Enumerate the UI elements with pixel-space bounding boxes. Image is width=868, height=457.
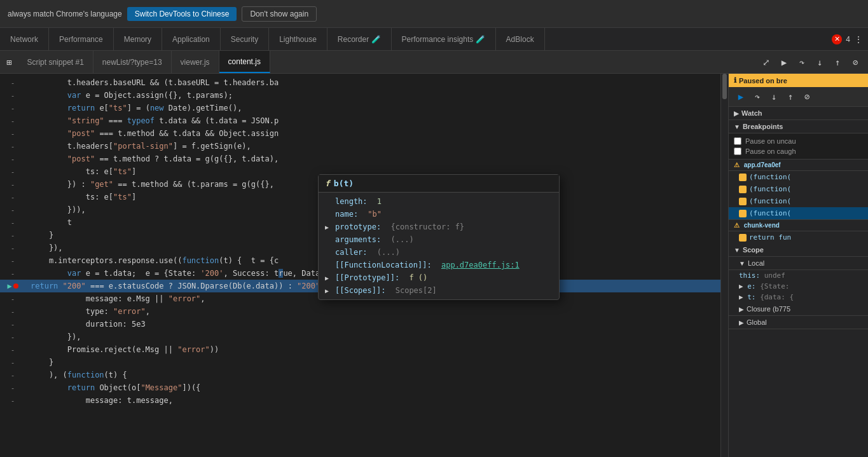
tab-recorder[interactable]: Recorder 🧪	[327, 28, 392, 50]
tooltip-row-proto-chain[interactable]: ▶ [[Prototype]]: f ()	[319, 271, 559, 284]
line-content: duration: 5e3	[25, 320, 720, 329]
table-row: - ), (function(t) {	[0, 369, 720, 381]
table-row: - "string" === typeof t.data && (t.data …	[0, 114, 720, 127]
tooltip-value: (...)	[390, 235, 413, 244]
call-stack-file-label-2: ⚠ chunk-vend	[729, 219, 868, 231]
table-row: - return e["ts"] = (new Date).getTime(),	[0, 102, 720, 114]
expand-arrow-icon[interactable]: ▶	[325, 287, 333, 294]
tooltip-key: caller:	[335, 248, 368, 257]
info-icon: ℹ	[734, 76, 736, 85]
tab-security[interactable]: Security	[221, 28, 269, 50]
tab-network[interactable]: Network	[0, 28, 49, 50]
file-tab-content[interactable]: content.js	[219, 51, 270, 73]
line-number: -	[0, 308, 25, 316]
table-row: - type: "error",	[0, 305, 720, 318]
expand-icon[interactable]: ⤢	[759, 55, 774, 70]
tooltip-row-prototype[interactable]: ▶ prototype: {constructor: f}	[319, 221, 559, 233]
breakpoint-checked-icon	[739, 198, 747, 205]
line-content: type: "error",	[25, 307, 720, 316]
line-number: -	[0, 92, 25, 100]
call-stack-item-fn3[interactable]: (function(	[729, 195, 868, 207]
line-number: -	[0, 384, 25, 392]
tab-lighthouse[interactable]: Lighthouse	[269, 28, 327, 50]
sidebar-toggle-button[interactable]: ⊞	[0, 51, 18, 73]
line-number: -	[0, 320, 25, 329]
tab-memory[interactable]: Memory	[114, 28, 162, 50]
step-out-debug-button[interactable]: ↑	[783, 90, 797, 104]
scrollbar-thumb[interactable]	[722, 74, 727, 99]
tooltip-header: f b(t)	[319, 175, 559, 193]
line-content: "post" == t.method ? t.data = g(g({}, t.…	[25, 154, 720, 163]
scope-section-header[interactable]: ▼ Scope	[729, 243, 868, 257]
step-into-button[interactable]: ↓	[812, 55, 827, 70]
resume-debug-button[interactable]: ▶	[734, 90, 748, 104]
pause-caught-row: Pause on caugh	[734, 146, 863, 156]
expand-arrow-icon[interactable]: ▶	[739, 293, 743, 301]
local-scope-header[interactable]: ▼ Local	[729, 257, 868, 270]
breakpoints-label: Breakpoints	[743, 123, 783, 130]
line-number: -	[0, 142, 25, 151]
line-number: -	[0, 333, 25, 341]
tab-adblock[interactable]: AdBlock	[496, 28, 545, 50]
call-stack-item-fn4[interactable]: (function(	[729, 207, 868, 219]
dont-show-again-button[interactable]: Don't show again	[242, 6, 317, 22]
breakpoint-checked-icon	[739, 234, 747, 242]
tooltip-link[interactable]: app.d7ea0eff.js:1	[441, 261, 520, 269]
chevron-down-icon-scope: ▼	[734, 247, 740, 254]
expand-placeholder	[325, 198, 333, 205]
chevron-right-icon-closure: ▶	[739, 306, 744, 313]
tooltip-value: Scopes[2]	[396, 286, 437, 295]
stack-frame-label: (function(	[749, 185, 791, 193]
deactivate-debug-button[interactable]: ⊘	[800, 90, 814, 104]
vertical-scrollbar[interactable]	[720, 74, 728, 457]
call-stack-item-return[interactable]: return fun	[729, 231, 868, 243]
switch-devtools-button[interactable]: Switch DevTools to Chinese	[127, 7, 237, 21]
breakpoints-section-header[interactable]: ▼ Breakpoints	[729, 120, 868, 133]
global-scope-header[interactable]: ▶ Global	[729, 316, 868, 329]
pause-uncaught-checkbox[interactable]	[734, 137, 741, 145]
scope-key: this:	[739, 271, 760, 280]
table-row: - message: t.message,	[0, 394, 720, 407]
line-number: -	[0, 269, 25, 278]
closure-scope-header[interactable]: ▶ Closure (b775	[729, 303, 868, 316]
watch-section-header[interactable]: ▶ Watch	[729, 107, 868, 120]
file-tab-snippet[interactable]: Script snippet #1	[18, 51, 93, 73]
file-tab-viewer[interactable]: viewer.js	[172, 51, 219, 73]
scope-row-t[interactable]: ▶ t: {data: {	[729, 292, 868, 303]
stack-frame-label: return fun	[749, 233, 791, 242]
line-number: -	[0, 117, 25, 125]
breakpoints-content: Pause on uncau Pause on caugh	[729, 133, 868, 160]
expand-arrow-icon[interactable]: ▶	[739, 282, 743, 290]
tab-performance[interactable]: Performance	[49, 28, 114, 50]
tab-perf-insights[interactable]: Performance insights 🧪	[392, 28, 496, 50]
file-name-label-2: chunk-vend	[744, 222, 780, 229]
scope-value: {State:	[760, 282, 789, 290]
deactivate-breakpoints-button[interactable]: ⊘	[848, 55, 863, 70]
scope-row-e[interactable]: ▶ e: {State:	[729, 281, 868, 292]
tooltip-value: f ()	[409, 273, 427, 282]
line-number: -	[0, 358, 25, 367]
call-stack-item-fn1[interactable]: (function(	[729, 171, 868, 183]
expand-placeholder	[325, 236, 333, 243]
file-tab-bar: ⊞ Script snippet #1 newList/?type=13 vie…	[0, 51, 868, 74]
line-content: }),	[25, 332, 720, 341]
step-out-button[interactable]: ↑	[830, 55, 845, 70]
step-into-debug-button[interactable]: ↓	[767, 90, 781, 104]
pause-caught-checkbox[interactable]	[734, 147, 741, 155]
tab-application[interactable]: Application	[162, 28, 221, 50]
debug-controls: ▶ ↷ ↓ ↑ ⊘	[729, 87, 868, 107]
table-row: - "post" == t.method ? t.data = g(g({}, …	[0, 153, 720, 165]
call-stack-item-fn2[interactable]: (function(	[729, 183, 868, 195]
tooltip-row-scopes[interactable]: ▶ [[Scopes]]: Scopes[2]	[319, 284, 559, 297]
expand-arrow-icon[interactable]: ▶	[325, 275, 333, 282]
stack-frame-label: (function(	[749, 173, 791, 181]
more-tabs-icon[interactable]: ⋮	[854, 34, 863, 44]
line-number: -	[0, 155, 25, 163]
code-editor[interactable]: - t.headers.baseURL && (t.baseURL = t.he…	[0, 74, 720, 457]
resume-button[interactable]: ▶	[776, 55, 792, 70]
step-over-debug-button[interactable]: ↷	[750, 90, 764, 104]
expand-arrow-icon[interactable]: ▶	[325, 224, 333, 231]
step-over-button[interactable]: ↷	[794, 55, 809, 70]
warning-icon: ⚠	[734, 161, 740, 168]
file-tab-newlist[interactable]: newList/?type=13	[93, 51, 172, 73]
